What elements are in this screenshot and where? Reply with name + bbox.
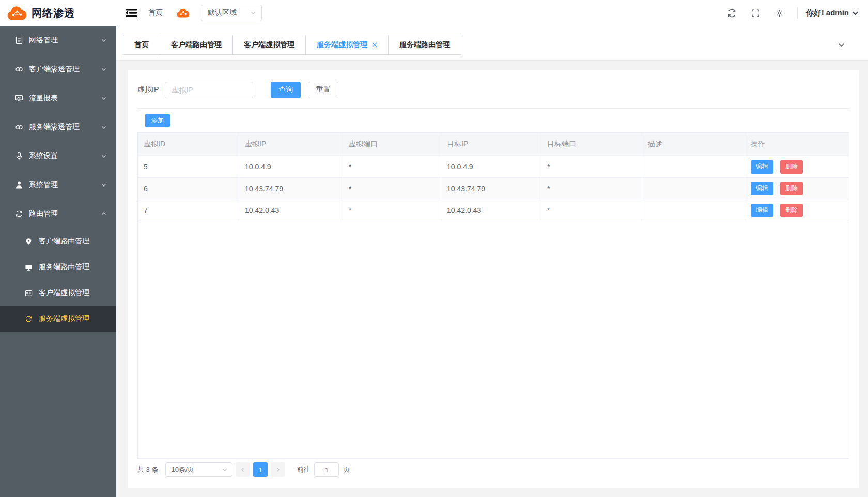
tabs: 首页 客户端路由管理 客户端虚拟管理 服务端虚拟管理 服务端路由管理 <box>123 35 461 55</box>
greeting-text: 你好! admin <box>806 8 849 18</box>
breadcrumb[interactable]: 首页 <box>148 8 163 18</box>
column-header: 描述 <box>642 133 745 156</box>
column-header: 操作 <box>745 133 849 156</box>
table-body: 5 10.0.4.9 * 10.0.4.9 * 编辑 删除 <box>138 156 849 221</box>
column-header: 虚拟IP <box>239 133 343 156</box>
tab-client-route-mgmt[interactable]: 客户端路由管理 <box>160 35 233 55</box>
region-select[interactable]: 默认区域 <box>201 5 262 21</box>
sidebar-item-traffic-report[interactable]: 流量报表 <box>0 84 116 113</box>
tab-server-route-mgmt[interactable]: 服务端路由管理 <box>388 35 461 55</box>
chevron-down-icon <box>101 95 107 101</box>
monitor-icon <box>24 263 33 271</box>
edit-button[interactable]: 编辑 <box>751 182 773 195</box>
goto-page-input[interactable] <box>314 462 339 477</box>
header-divider <box>797 7 798 19</box>
add-button[interactable]: 添加 <box>145 114 170 127</box>
app-root: 网络渗透 首页 默认区域 <box>0 0 868 497</box>
top-bar: 网络渗透 首页 默认区域 <box>0 0 868 26</box>
page-number-button[interactable]: 1 <box>253 462 268 477</box>
next-page-button[interactable] <box>271 462 285 477</box>
search-form: 虚拟IP 查询 重置 <box>137 70 849 109</box>
column-header: 虚拟ID <box>138 133 239 156</box>
sidebar-collapse-icon[interactable] <box>123 7 138 19</box>
reset-button[interactable]: 重置 <box>308 82 338 98</box>
cell-description <box>642 178 745 199</box>
link-icon <box>14 65 23 74</box>
cell-virtual-port: * <box>343 156 441 178</box>
cell-target-port: * <box>541 199 642 221</box>
sidebar: 网络管理 客户端渗透管理 <box>0 26 116 497</box>
table-row: 5 10.0.4.9 * 10.0.4.9 * 编辑 删除 <box>138 156 849 178</box>
refresh-icon[interactable] <box>727 8 737 18</box>
sidebar-item-server-pentest-mgmt[interactable]: 服务端渗透管理 <box>0 113 116 142</box>
tab-list-chevron-down-icon[interactable] <box>838 41 845 49</box>
theme-icon[interactable] <box>774 8 785 18</box>
sidebar-item-client-pentest-mgmt[interactable]: 客户端渗透管理 <box>0 55 116 84</box>
region-select-value: 默认区域 <box>208 8 237 18</box>
cell-virtual-ip: 10.42.0.43 <box>239 199 343 221</box>
tab-bar: 首页 客户端路由管理 客户端虚拟管理 服务端虚拟管理 服务端路由管理 <box>116 26 868 61</box>
sidebar-item-label: 系统管理 <box>29 180 58 190</box>
close-icon[interactable] <box>372 42 377 48</box>
data-table: 虚拟ID 虚拟IP 虚拟端口 目标IP 目标端口 描述 操作 5 10.0.4 <box>137 132 849 221</box>
sidebar-item-label: 客户端路由管理 <box>39 237 89 246</box>
prev-page-button[interactable] <box>236 462 250 477</box>
chevron-down-icon <box>101 66 107 72</box>
tab-label: 首页 <box>134 40 149 50</box>
cell-description <box>642 199 745 221</box>
location-pin-icon <box>24 237 33 245</box>
sidebar-item-label: 服务端渗透管理 <box>29 122 80 132</box>
cell-target-port: * <box>541 156 642 178</box>
sidebar-item-server-route-mgmt[interactable]: 服务端路由管理 <box>0 254 116 280</box>
sidebar-item-client-route-mgmt[interactable]: 客户端路由管理 <box>0 228 116 254</box>
app-logo: 网络渗透 <box>0 0 116 26</box>
sidebar-item-route-mgmt[interactable]: 路由管理 <box>0 199 116 228</box>
sidebar-item-system-mgmt[interactable]: 系统管理 <box>0 170 116 199</box>
sidebar-item-label: 服务端路由管理 <box>39 262 89 272</box>
tab-label: 服务端虚拟管理 <box>317 40 367 50</box>
cell-virtual-ip: 10.43.74.79 <box>239 178 343 199</box>
edit-button[interactable]: 编辑 <box>751 160 773 174</box>
cell-target-ip: 10.42.0.43 <box>441 199 541 221</box>
pagination-total: 共 3 条 <box>137 465 158 474</box>
app-title: 网络渗透 <box>32 6 75 20</box>
loop-icon <box>24 315 33 323</box>
table-header: 虚拟ID 虚拟IP 虚拟端口 目标IP 目标端口 描述 操作 <box>138 133 849 156</box>
sidebar-item-server-virtual-mgmt[interactable]: 服务端虚拟管理 <box>0 306 116 332</box>
tab-home[interactable]: 首页 <box>123 35 160 55</box>
table-row: 7 10.42.0.43 * 10.42.0.43 * 编辑 删除 <box>138 199 849 221</box>
delete-button[interactable]: 删除 <box>780 160 803 174</box>
page-size-select[interactable]: 10条/页 <box>165 462 233 477</box>
tab-server-virtual-mgmt[interactable]: 服务端虚拟管理 <box>305 35 389 55</box>
sidebar-item-label: 流量报表 <box>29 94 58 103</box>
chevron-down-icon <box>852 10 859 17</box>
sidebar-item-system-settings[interactable]: 系统设置 <box>0 142 116 170</box>
edit-button[interactable]: 编辑 <box>751 204 773 217</box>
cell-actions: 编辑 删除 <box>745 156 849 178</box>
sidebar-item-client-virtual-mgmt[interactable]: 客户端虚拟管理 <box>0 280 116 306</box>
document-icon <box>14 36 23 45</box>
table-row: 6 10.43.74.79 * 10.43.74.79 * 编辑 删除 <box>138 178 849 199</box>
fullscreen-icon[interactable] <box>751 8 761 18</box>
chevron-up-icon <box>101 211 107 217</box>
page-unit-label: 页 <box>343 465 350 474</box>
column-header: 目标端口 <box>541 133 642 156</box>
cloud-status-icon <box>176 8 190 18</box>
chevron-down-icon <box>101 124 107 130</box>
delete-button[interactable]: 删除 <box>780 204 803 217</box>
chevron-down-icon <box>222 467 228 473</box>
user-menu[interactable]: 你好! admin <box>806 8 859 18</box>
sidebar-item-label: 服务端虚拟管理 <box>39 314 89 323</box>
tab-client-virtual-mgmt[interactable]: 客户端虚拟管理 <box>233 35 306 55</box>
sidebar-item-label: 客户端渗透管理 <box>29 65 80 74</box>
cell-virtual-id: 7 <box>138 199 239 221</box>
cell-description <box>642 156 745 178</box>
sidebar-item-label: 网络管理 <box>29 36 58 45</box>
query-button[interactable]: 查询 <box>271 82 301 98</box>
sidebar-item-network-mgmt[interactable]: 网络管理 <box>0 26 116 55</box>
virtual-ip-input[interactable] <box>165 82 253 98</box>
delete-button[interactable]: 删除 <box>780 182 803 195</box>
column-header: 虚拟端口 <box>343 133 441 156</box>
cell-target-ip: 10.43.74.79 <box>441 178 541 199</box>
content-area: 虚拟IP 查询 重置 添加 虚拟ID 虚拟IP 虚拟端口 目标IP <box>116 61 868 488</box>
